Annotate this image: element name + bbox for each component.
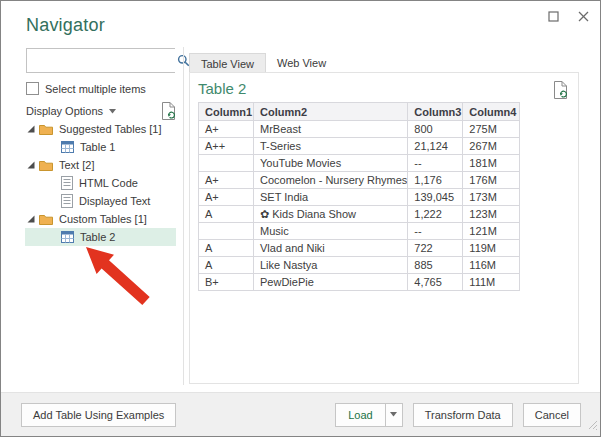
tab-web-view[interactable]: Web View <box>266 53 337 73</box>
tree-item-label: Displayed Text <box>79 195 150 207</box>
tree-item-label: Custom Tables [1] <box>59 213 147 225</box>
folder-icon <box>39 124 53 135</box>
resize-grip[interactable] <box>589 416 598 434</box>
table-row: A++ T-Series 21,124 267M <box>199 138 520 155</box>
tree-item-table-2[interactable]: Table 2 <box>25 228 176 246</box>
load-button[interactable]: Load <box>335 403 384 427</box>
table-cell: 139,045 <box>408 189 463 206</box>
table-cell: A+ <box>199 172 254 189</box>
tree-item-label: HTML Code <box>79 177 138 189</box>
tree-item-table-1[interactable]: Table 1 <box>25 138 176 156</box>
table-cell: 1,176 <box>408 172 463 189</box>
add-table-using-examples-button[interactable]: Add Table Using Examples <box>21 403 176 427</box>
footer-bar: Add Table Using Examples Load Transform … <box>1 392 600 436</box>
maximize-icon[interactable] <box>546 9 560 23</box>
table-cell: 800 <box>408 121 463 138</box>
table-cell: T-Series <box>254 138 408 155</box>
table-cell: 722 <box>408 240 463 257</box>
table-cell <box>199 155 254 172</box>
tree-item-custom-tables[interactable]: Custom Tables [1] <box>25 210 176 228</box>
table-cell: 111M <box>463 274 520 291</box>
table-icon <box>61 141 74 153</box>
table-cell: 181M <box>463 155 520 172</box>
table-cell: 21,124 <box>408 138 463 155</box>
table-row: Music -- 121M <box>199 223 520 240</box>
table-row: A Like Nastya 885 116M <box>199 257 520 274</box>
column-header[interactable]: Column3 <box>408 103 463 121</box>
window-controls <box>546 9 590 23</box>
display-options-row: Display Options <box>26 102 176 120</box>
table-cell: ✿ Kids Diana Show <box>254 206 408 223</box>
table-cell: 885 <box>408 257 463 274</box>
transform-data-button[interactable]: Transform Data <box>413 403 513 427</box>
refresh-document-icon[interactable] <box>161 102 176 120</box>
table-cell: 173M <box>463 189 520 206</box>
table-cell: 4,765 <box>408 274 463 291</box>
view-tabs: Table View Web View <box>189 53 337 73</box>
tree-item-displayed-text[interactable]: Displayed Text <box>25 192 176 210</box>
document-icon <box>61 194 73 208</box>
load-split-button: Load <box>335 403 402 427</box>
table-cell: 123M <box>463 206 520 223</box>
table-cell: A <box>199 240 254 257</box>
table-cell: A+ <box>199 121 254 138</box>
tab-table-view[interactable]: Table View <box>189 53 266 73</box>
table-cell: Vlad and Niki <box>254 240 408 257</box>
table-cell: Like Nastya <box>254 257 408 274</box>
document-icon <box>61 176 73 190</box>
table-cell: 119M <box>463 240 520 257</box>
column-header[interactable]: Column2 <box>254 103 408 121</box>
navigator-tree: Suggested Tables [1] Table 1 Text [2] HT… <box>25 120 176 246</box>
table-row: A+ MrBeast 800 275M <box>199 121 520 138</box>
table-icon <box>61 231 74 243</box>
table-cell: -- <box>408 155 463 172</box>
select-multiple-checkbox[interactable] <box>26 82 39 95</box>
cancel-button[interactable]: Cancel <box>523 403 581 427</box>
chevron-down-icon[interactable] <box>109 109 116 114</box>
select-multiple-label: Select multiple items <box>45 83 146 95</box>
tree-item-label: Table 2 <box>80 231 115 243</box>
search-input[interactable] <box>27 49 177 72</box>
tree-item-label: Suggested Tables [1] <box>59 123 162 135</box>
tree-item-suggested-tables[interactable]: Suggested Tables [1] <box>25 120 176 138</box>
expander-icon[interactable] <box>27 215 39 223</box>
red-annotation-arrow <box>66 239 161 323</box>
table-cell: 275M <box>463 121 520 138</box>
folder-icon <box>39 214 53 225</box>
table-row: A Vlad and Niki 722 119M <box>199 240 520 257</box>
table-cell <box>199 223 254 240</box>
table-header-row: Column1 Column2 Column3 Column4 <box>199 103 520 121</box>
tree-item-html-code[interactable]: HTML Code <box>25 174 176 192</box>
refresh-preview-icon[interactable] <box>553 81 568 103</box>
table-row: B+ PewDiePie 4,765 111M <box>199 274 520 291</box>
load-dropdown-icon[interactable] <box>385 403 403 427</box>
table-row: A+ SET India 139,045 173M <box>199 189 520 206</box>
table-cell: 1,222 <box>408 206 463 223</box>
expander-icon[interactable] <box>27 161 39 169</box>
expander-icon[interactable] <box>27 125 39 133</box>
select-multiple-row: Select multiple items <box>26 82 146 95</box>
table-cell: A++ <box>199 138 254 155</box>
search-box <box>26 48 175 73</box>
table-row: A ✿ Kids Diana Show 1,222 123M <box>199 206 520 223</box>
table-cell: SET India <box>254 189 408 206</box>
column-header[interactable]: Column4 <box>463 103 520 121</box>
table-cell: A+ <box>199 189 254 206</box>
table-cell: 121M <box>463 223 520 240</box>
table-cell: A <box>199 206 254 223</box>
tree-item-text[interactable]: Text [2] <box>25 156 176 174</box>
preview-table: Column1 Column2 Column3 Column4 A+ MrBea… <box>198 102 520 291</box>
table-cell: B+ <box>199 274 254 291</box>
table-cell: 116M <box>463 257 520 274</box>
preview-panel: Table 2 Column1 Column2 Column3 Column4 … <box>189 72 579 384</box>
folder-icon <box>39 160 53 171</box>
tree-item-label: Text [2] <box>59 159 94 171</box>
table-cell: Music <box>254 223 408 240</box>
display-options-label[interactable]: Display Options <box>26 105 103 117</box>
column-header[interactable]: Column1 <box>199 103 254 121</box>
table-cell: A <box>199 257 254 274</box>
close-icon[interactable] <box>576 9 590 23</box>
tree-item-label: Table 1 <box>80 141 115 153</box>
table-cell: Cocomelon - Nursery Rhymes <box>254 172 408 189</box>
table-cell: PewDiePie <box>254 274 408 291</box>
